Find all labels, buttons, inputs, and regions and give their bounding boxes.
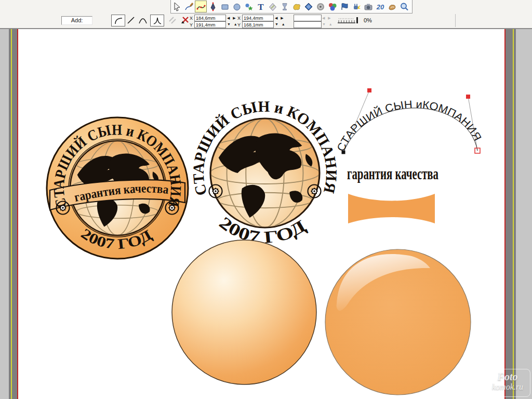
reshape-disabled-button[interactable] <box>167 15 178 26</box>
rectangle-tool[interactable] <box>219 1 231 12</box>
pen-tool[interactable] <box>207 1 219 12</box>
smooth-join-button[interactable] <box>137 15 149 25</box>
text-tool[interactable]: T <box>255 1 267 12</box>
curve-segment-icon <box>114 17 123 25</box>
svg-text:T: T <box>258 2 264 12</box>
rectangle-icon <box>220 2 230 12</box>
mould-tool[interactable] <box>290 1 302 12</box>
magnifier-icon <box>399 2 409 12</box>
extrude-tool[interactable] <box>326 1 338 12</box>
shape-editor-tool[interactable] <box>195 1 207 12</box>
property-bar: Add: X Y <box>0 13 532 28</box>
push-hand-icon <box>387 2 397 12</box>
ruler-slider-icon <box>337 16 361 24</box>
control-point-left[interactable] <box>367 88 371 92</box>
y1-label: Y <box>189 22 193 28</box>
delete-points-button[interactable] <box>180 15 190 26</box>
cusp-join-button[interactable] <box>150 15 164 26</box>
freehand-pencil-icon <box>184 2 194 12</box>
disc-icon <box>315 2 326 12</box>
photo-tool[interactable] <box>362 1 374 12</box>
svg-text:20: 20 <box>376 3 384 11</box>
flag-tool[interactable] <box>338 1 350 12</box>
pen-icon <box>208 2 218 12</box>
extra-steppers-top[interactable]: ◀ ▶ <box>322 16 332 20</box>
curve-segment-button[interactable] <box>111 15 125 26</box>
transparency-tool[interactable] <box>278 1 290 12</box>
app-window: T <box>0 0 532 399</box>
canvas-area: гарантия качества СТАРШИЙ СЫН и КОМПАНИЯ… <box>0 29 532 399</box>
zoom-tool[interactable] <box>398 1 410 12</box>
ellipse-icon <box>232 2 242 12</box>
x2-steppers[interactable]: ◀ ▶ <box>275 16 285 20</box>
push-tool[interactable] <box>386 1 398 12</box>
extra-field-top[interactable] <box>294 15 322 21</box>
camera-icon <box>363 2 374 12</box>
x2-field[interactable] <box>242 15 274 21</box>
plug-icon <box>351 2 362 12</box>
y2-field[interactable] <box>242 21 274 28</box>
line-segment-icon <box>127 16 135 24</box>
line-segment-button[interactable] <box>126 15 136 25</box>
wine-glass-icon <box>280 2 290 12</box>
smoothness-slider[interactable] <box>337 16 361 26</box>
x2-label: X <box>237 16 241 21</box>
quickshape-icon <box>244 2 254 12</box>
main-toolbar: T <box>170 0 413 14</box>
smoothness-value: 0% <box>364 17 372 23</box>
glossy-sphere-right[interactable] <box>325 249 471 395</box>
y1-field[interactable] <box>194 21 226 28</box>
ellipse-tool[interactable] <box>231 1 243 12</box>
reshape-disabled-icon <box>167 15 178 24</box>
y2-steppers[interactable]: ▼ ▲ <box>275 22 286 26</box>
quickshape-tool[interactable] <box>243 1 255 12</box>
top-toolbar-area: T <box>0 0 532 29</box>
control-point-right[interactable] <box>466 95 470 99</box>
drawing-canvas[interactable]: гарантия качества СТАРШИЙ СЫН и КОМПАНИЯ… <box>0 29 532 399</box>
y2-label: Y <box>237 22 241 28</box>
selector-icon <box>172 2 182 12</box>
frame-20-icon: 20 <box>375 2 385 12</box>
text-tool-icon: T <box>256 2 266 12</box>
add-label-box: Add: <box>61 16 92 25</box>
blend-tool[interactable] <box>302 1 314 12</box>
add-label: Add: <box>71 17 83 23</box>
node-start[interactable] <box>342 151 345 154</box>
extra-field-bottom[interactable] <box>294 21 322 28</box>
contour-tool[interactable] <box>314 1 326 12</box>
gradient-sphere-left[interactable] <box>172 240 316 384</box>
fill-diamond-icon <box>268 2 278 12</box>
x1-steppers[interactable]: ◀ ▶ <box>227 16 237 20</box>
flag-icon <box>339 2 350 12</box>
propbar-divider <box>455 14 456 27</box>
cusp-join-icon <box>153 17 162 25</box>
spheres-icon <box>327 2 338 12</box>
extra-steppers-bottom[interactable]: ▼ ▲ <box>322 22 334 26</box>
x1-field[interactable] <box>194 15 226 21</box>
shape-editor-icon <box>196 2 206 12</box>
smooth-join-icon <box>138 16 148 24</box>
fill-tool[interactable] <box>267 1 278 12</box>
coin-logo[interactable]: гарантия качества СТАРШИЙ СЫН и КОМПАНИЯ… <box>47 117 188 259</box>
middle-globe[interactable] <box>210 118 320 228</box>
plugin-effects-tool[interactable] <box>350 1 362 12</box>
blend-diamond-icon <box>303 2 314 12</box>
frame-tool[interactable]: 20 <box>374 1 386 12</box>
delete-points-icon <box>180 15 190 24</box>
freehand-tool[interactable] <box>183 1 195 12</box>
quality-text[interactable]: гарантия качества <box>347 165 438 183</box>
x1-label: X <box>189 16 193 21</box>
mould-blob-icon <box>291 2 302 12</box>
selector-tool[interactable] <box>171 1 183 12</box>
